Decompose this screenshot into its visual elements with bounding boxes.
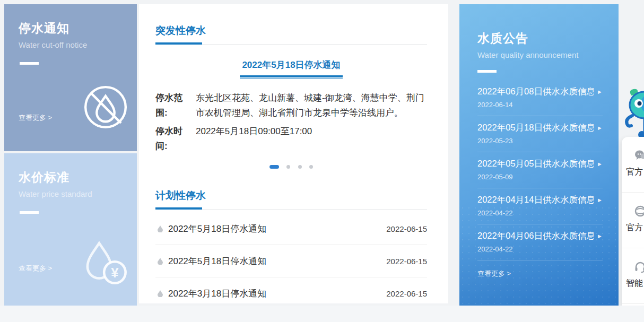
- widget-item-smart-service[interactable]: 智能: [622, 248, 644, 304]
- list-item[interactable]: 2022年04月06日供水水质信息 ► 2022-04-22: [477, 224, 603, 260]
- arrow-right-icon: ►: [597, 125, 603, 131]
- announcement-title: 2022年04月06日供水水质信息: [477, 230, 594, 242]
- notice-fields: 停水范围: 东光北区花苑、龙山新薯、城建-御龙湾、海慧中学、荆门市农机管理局、湖…: [155, 91, 427, 153]
- planned-cutoff-list: 2022年5月18日停水通知 2022-06-15 2022年5月18日停水通知…: [155, 213, 427, 309]
- field-row-time: 停水时间: 2022年5月18日09:00至17:00: [155, 124, 427, 153]
- list-item[interactable]: 2022年05月18日供水水质信息 ► 2022-05-23: [477, 116, 603, 152]
- panel-title: 水价标准: [19, 169, 137, 186]
- field-value: 东光北区花苑、龙山新薯、城建-御龙湾、海慧中学、荆门市农机管理局、湖北省荆门市龙…: [196, 91, 427, 120]
- main-content-card: 突发性停水 2022年5月18日停水通知 停水范围: 东光北区花苑、龙山新薯、城…: [139, 4, 448, 303]
- section-rule-accent: [155, 207, 202, 210]
- headset-icon: [634, 261, 644, 275]
- view-more-link[interactable]: 查看更多 >: [19, 264, 52, 273]
- announcement-date: 2022-06-14: [477, 101, 603, 109]
- carousel-dots: [155, 162, 427, 171]
- globe-icon: [634, 205, 644, 219]
- list-item[interactable]: 2022年04月14日供水水质信息 ► 2022-04-22: [477, 188, 603, 224]
- water-quality-list: 2022年06月08日供水水质信息 ► 2022-06-14 2022年05月1…: [477, 80, 603, 260]
- field-label: 停水时间:: [155, 124, 188, 153]
- announcement-title: 2022年04月14日供水水质信息: [477, 194, 594, 206]
- list-item[interactable]: 2022年5月18日停水通知 2022-06-15: [155, 213, 427, 245]
- water-price-yuan-icon: ¥: [80, 239, 130, 290]
- svg-text:¥: ¥: [111, 265, 119, 280]
- announcement-title: 2022年05月05日供水水质信息: [477, 158, 594, 170]
- notice-underline-thin: [240, 79, 342, 79]
- announcement-date: 2022-05-09: [477, 173, 603, 181]
- drop-bullet-icon: [156, 290, 164, 297]
- panel-water-price-standard: 水价标准 Water price standard 查看更多 > ¥: [4, 153, 137, 306]
- arrow-right-icon: ►: [597, 161, 603, 167]
- notice-date: 2022-06-15: [386, 257, 427, 266]
- list-item[interactable]: 2022年3月18日停水通知 2022-06-15: [155, 277, 427, 309]
- title-dash: [20, 211, 39, 214]
- panel-subtitle-en: Water cut-off notice: [19, 40, 137, 49]
- announcement-date: 2022-04-22: [477, 209, 603, 217]
- carousel-dot[interactable]: [309, 165, 313, 169]
- arrow-right-icon: ►: [597, 89, 603, 95]
- widget-item-label: 智能: [626, 278, 643, 289]
- list-item[interactable]: 2022年5月18日停水通知 2022-06-15: [155, 245, 427, 277]
- notice-date: 2022-06-15: [386, 224, 427, 233]
- field-row-scope: 停水范围: 东光北区花苑、龙山新薯、城建-御龙湾、海慧中学、荆门市农机管理局、湖…: [155, 91, 427, 120]
- carousel-dot[interactable]: [286, 165, 290, 169]
- notice-title: 2022年5月18日停水通知: [168, 223, 386, 235]
- arrow-right-icon: ►: [597, 233, 603, 239]
- announcement-title: 2022年06月08日供水水质信息: [477, 86, 594, 98]
- panel-title: 水质公告: [477, 30, 603, 47]
- panel-subtitle-en: Water quality announcement: [477, 50, 603, 59]
- chat-bubble-icon: [634, 150, 644, 163]
- notice-title: 2022年5月18日停水通知: [168, 255, 386, 267]
- panel-water-cutoff-notice: 停水通知 Water cut-off notice 查看更多 >: [4, 4, 137, 151]
- widget-item-official-2[interactable]: 官方: [622, 193, 644, 248]
- view-more-link[interactable]: 查看更多 >: [477, 269, 511, 279]
- view-more-link[interactable]: 查看更多 >: [19, 113, 52, 123]
- drop-bullet-icon: [156, 225, 164, 232]
- title-dash: [20, 62, 39, 65]
- list-item[interactable]: 2022年06月08日供水水质信息 ► 2022-06-14: [477, 80, 603, 116]
- planned-cutoff-section-title: 计划性停水: [155, 189, 427, 203]
- page-background-strip: [0, 306, 644, 322]
- section-rule-accent: [155, 42, 202, 45]
- notice-title: 2022年3月18日停水通知: [168, 288, 386, 300]
- water-drop-mascot: [622, 86, 644, 141]
- panel-subtitle-en: Water price standard: [19, 189, 137, 198]
- no-water-drop-icon: [82, 84, 129, 133]
- notice-date: 2022-06-15: [386, 289, 427, 298]
- arrow-right-icon: ►: [597, 197, 603, 203]
- widget-item-official-1[interactable]: 官方: [622, 137, 644, 193]
- widget-item-label: 官方: [626, 167, 643, 178]
- title-dash: [477, 70, 497, 73]
- section-rule: [155, 44, 427, 45]
- carousel-dot[interactable]: [298, 165, 302, 169]
- sudden-cutoff-section-title: 突发性停水: [155, 24, 427, 38]
- field-label: 停水范围:: [155, 91, 188, 120]
- widget-item-label: 官方: [626, 222, 643, 233]
- section-rule: [155, 209, 427, 210]
- sudden-notice-link[interactable]: 2022年5月18日停水通知: [240, 59, 342, 79]
- floating-service-widget: 官方 官方 智能 无: [622, 137, 644, 322]
- announcement-date: 2022-04-22: [477, 245, 603, 253]
- carousel-dot-active[interactable]: [269, 165, 279, 169]
- panel-title: 停水通知: [19, 20, 137, 37]
- announcement-title: 2022年05月18日供水水质信息: [477, 122, 594, 134]
- panel-water-quality-announcement: 水质公告 Water quality announcement 2022年06月…: [459, 4, 619, 306]
- water-utility-homepage-section: 停水通知 Water cut-off notice 查看更多 > 水价标准 Wa…: [0, 0, 644, 322]
- announcement-date: 2022-05-23: [477, 137, 603, 145]
- field-value: 2022年5月18日09:00至17:00: [196, 124, 427, 153]
- notice-underline-thick: [240, 75, 342, 77]
- list-item[interactable]: 2022年05月05日供水水质信息 ► 2022-05-09: [477, 152, 603, 188]
- drop-bullet-icon: [156, 258, 164, 265]
- sudden-notice-title: 2022年5月18日停水通知: [240, 59, 342, 71]
